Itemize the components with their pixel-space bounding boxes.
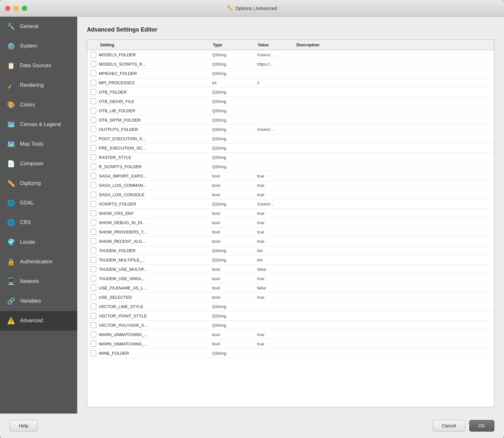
table-row[interactable]: WINE_FOLDERQString <box>87 349 494 358</box>
row-checkbox[interactable] <box>90 248 96 253</box>
table-row[interactable]: MODELS_FOLDERQString/Users/... <box>87 50 494 59</box>
table-row[interactable]: SCRIPTS_FOLDERQString/Users/... <box>87 199 494 209</box>
sidebar-item-data-sources[interactable]: 📋Data Sources <box>0 56 77 76</box>
table-row[interactable]: OTB_LIB_FOLDERQString <box>87 106 494 115</box>
sidebar-item-colors[interactable]: 🎨Colors <box>0 95 77 115</box>
sidebar-item-rendering[interactable]: 🖌️Rendering <box>0 76 77 95</box>
cancel-button[interactable]: Cancel <box>433 420 465 432</box>
row-checkbox[interactable] <box>90 341 96 347</box>
table-row[interactable]: MPI_PROCESSESint2 <box>87 78 494 87</box>
table-row[interactable]: PRE_EXECUTION_SC...QString <box>87 143 494 153</box>
sidebar-item-advanced[interactable]: ⚠️Advanced <box>0 311 77 331</box>
table-row[interactable]: WARN_UNMATCHING_...booltrue <box>87 339 494 349</box>
row-checkbox[interactable] <box>90 117 96 123</box>
sidebar-item-gdal[interactable]: 🌐GDAL <box>0 193 77 213</box>
table-row[interactable]: TAUDEM_MULTIFILE_...QStringbin <box>87 255 494 265</box>
sidebar-item-label-general: General <box>20 23 38 29</box>
table-row[interactable]: SAGA_LOG_COMMAN...booltrue <box>87 181 494 190</box>
row-checkbox[interactable] <box>90 257 96 263</box>
row-checkbox[interactable] <box>90 229 96 235</box>
digitizing-icon: ✏️ <box>6 179 15 188</box>
sidebar-item-network[interactable]: 🖥️Network <box>0 272 77 291</box>
row-checkbox[interactable] <box>90 164 96 169</box>
row-checkbox[interactable] <box>90 145 96 151</box>
table-row[interactable]: SAGA_IMPORT_EXPO...booltrue <box>87 171 494 181</box>
row-setting: SCRIPTS_FOLDER <box>99 202 212 206</box>
row-checkbox[interactable] <box>90 285 96 291</box>
table-row[interactable]: VECTOR_POLYGON_S...QString <box>87 321 494 330</box>
row-checkbox[interactable] <box>90 70 96 76</box>
sidebar-item-system[interactable]: ⚙️System <box>0 36 77 56</box>
table-body[interactable]: MODELS_FOLDERQString/Users/...MODELS_SCR… <box>87 50 494 407</box>
table-row[interactable]: POST_EXECUTION_S...QString <box>87 134 494 143</box>
table-row[interactable]: MPIEXEC_FOLDERQString <box>87 69 494 78</box>
sidebar-item-map-tools[interactable]: 🗺️Map Tools <box>0 134 77 154</box>
sidebar-item-composer[interactable]: 📄Composer <box>0 154 77 174</box>
row-checkbox[interactable] <box>90 294 96 300</box>
table-row[interactable]: TAUDEM_FOLDERQStringbin <box>87 246 494 255</box>
sidebar-item-crs[interactable]: 🌐CRS <box>0 213 77 233</box>
row-checkbox[interactable] <box>90 266 96 272</box>
sidebar-item-label-authentication: Authentication <box>20 259 52 265</box>
close-button[interactable] <box>5 6 10 11</box>
table-row[interactable]: SHOW_DEBUG_IN_DI...booltrue <box>87 218 494 227</box>
row-checkbox[interactable] <box>90 136 96 141</box>
network-icon: 🖥️ <box>6 277 15 286</box>
row-checkbox[interactable] <box>90 173 96 179</box>
window-title-text: Options | Advanced <box>235 5 277 11</box>
row-checkbox[interactable] <box>90 201 96 207</box>
row-checkbox[interactable] <box>90 210 96 216</box>
row-checkbox[interactable] <box>90 89 96 95</box>
table-row[interactable]: VECTOR_POINT_STYLEQString <box>87 311 494 321</box>
row-checkbox[interactable] <box>90 313 96 319</box>
row-value: https://... <box>257 62 296 67</box>
row-checkbox[interactable] <box>90 304 96 309</box>
row-checkbox[interactable] <box>90 61 96 67</box>
row-checkbox[interactable] <box>90 350 96 356</box>
maximize-button[interactable] <box>22 6 27 11</box>
row-checkbox[interactable] <box>90 220 96 225</box>
table-row[interactable]: OTB_SRTM_FOLDERQString <box>87 115 494 125</box>
table-row[interactable]: VECTOR_LINE_STYLEQString <box>87 302 494 311</box>
table-row[interactable]: WARN_UNMATCHING_...booltrue <box>87 330 494 339</box>
sidebar-item-authentication[interactable]: 🔒Authentication <box>0 252 77 272</box>
table-row[interactable]: RASTER_STYLEQString <box>87 153 494 162</box>
table-row[interactable]: SAGA_LOG_CONSOLEbooltrue <box>87 190 494 199</box>
row-checkbox[interactable] <box>90 322 96 328</box>
row-setting: R_SCRIPTS_FOLDER <box>99 164 212 169</box>
col-description-header: Description <box>296 42 491 47</box>
sidebar-item-locale[interactable]: 🌍Locale <box>0 233 77 252</box>
variables-icon: 🔗 <box>6 297 15 306</box>
row-checkbox[interactable] <box>90 52 96 58</box>
row-type: QString <box>212 108 257 113</box>
sidebar-item-canvas-legend[interactable]: 🗺️Canvas & Legend <box>0 115 77 134</box>
sidebar-item-general[interactable]: 🔧General <box>0 17 77 36</box>
table-row[interactable]: USE_SELECTEDbooltrue <box>87 293 494 302</box>
table-row[interactable]: SHOW_CRS_DEFbooltrue <box>87 209 494 218</box>
row-checkbox[interactable] <box>90 80 96 86</box>
row-checkbox[interactable] <box>90 332 96 337</box>
table-row[interactable]: SHOW_PROVIDERS_T...booltrue <box>87 227 494 237</box>
table-row[interactable]: OTB_GEOID_FILEQString <box>87 97 494 106</box>
table-row[interactable]: USE_FILENAME_AS_L...boolfalse <box>87 283 494 293</box>
table-row[interactable]: OTB_FOLDERQString <box>87 87 494 97</box>
row-checkbox[interactable] <box>90 238 96 244</box>
table-row[interactable]: R_SCRIPTS_FOLDERQString <box>87 162 494 171</box>
table-row[interactable]: OUTPUTS_FOLDERQString/Users/... <box>87 125 494 134</box>
row-checkbox[interactable] <box>90 126 96 132</box>
table-row[interactable]: TAUDEM_USE_SINGL...booltrue <box>87 274 494 283</box>
sidebar-item-digitizing[interactable]: ✏️Digitizing <box>0 174 77 193</box>
help-button[interactable]: Help <box>10 420 38 432</box>
row-checkbox[interactable] <box>90 192 96 197</box>
sidebar-item-variables[interactable]: 🔗Variables <box>0 291 77 311</box>
ok-button[interactable]: OK <box>469 420 494 432</box>
row-checkbox[interactable] <box>90 154 96 160</box>
table-row[interactable]: TAUDEM_USE_MULTIF...boolfalse <box>87 265 494 274</box>
row-checkbox[interactable] <box>90 108 96 114</box>
row-checkbox[interactable] <box>90 98 96 104</box>
minimize-button[interactable] <box>14 6 19 11</box>
table-row[interactable]: MODELS_SCRIPTS_R...QStringhttps://... <box>87 59 494 69</box>
row-checkbox[interactable] <box>90 182 96 188</box>
row-checkbox[interactable] <box>90 276 96 281</box>
table-row[interactable]: SHOW_RECENT_ALG...booltrue <box>87 237 494 246</box>
